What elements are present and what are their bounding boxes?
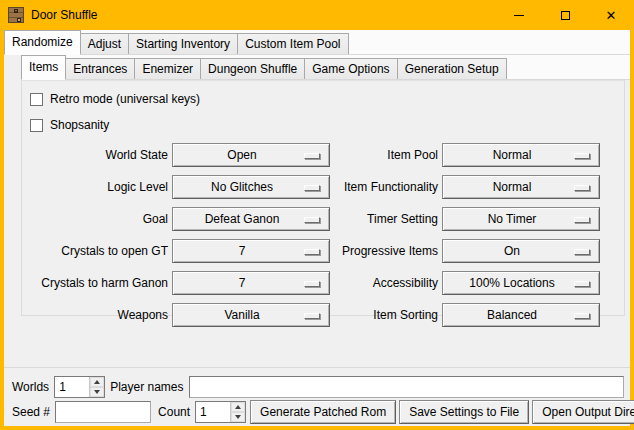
tab-custom-item-pool[interactable]: Custom Item Pool [237, 33, 348, 54]
dropdown-indicator-icon [574, 185, 590, 191]
dropdown-weapons[interactable]: Vanilla [172, 303, 330, 327]
tab-starting-inventory[interactable]: Starting Inventory [128, 33, 238, 54]
inner-tab-bar: Items Entrances Enemizer Dungeon Shuffle… [21, 55, 630, 80]
spin-down-button[interactable] [231, 412, 245, 422]
open-output-directory-button[interactable]: Open Output Directory [532, 400, 634, 424]
tab-adjust[interactable]: Adjust [80, 33, 129, 54]
window-title: Door Shuffle [31, 8, 98, 22]
dropdown-indicator-icon [304, 249, 320, 255]
dropdown-crystals-harm-ganon[interactable]: 7 [172, 271, 330, 295]
timer-setting-label: Timer Setting [334, 212, 438, 226]
dropdown-indicator-icon [304, 185, 320, 191]
tab-enemizer[interactable]: Enemizer [134, 58, 201, 79]
logic-level-label: Logic Level [30, 180, 168, 194]
accessibility-label: Accessibility [334, 276, 438, 290]
item-sorting-label: Item Sorting [334, 308, 438, 322]
worlds-spinbox[interactable] [54, 376, 105, 398]
spin-up-button[interactable] [231, 402, 245, 412]
player-names-label: Player names [110, 380, 183, 394]
worlds-row: Worlds Player names [12, 376, 626, 398]
shopsanity-label: Shopsanity [50, 118, 109, 132]
tab-generation-setup[interactable]: Generation Setup [397, 58, 507, 79]
weapons-label: Weapons [30, 308, 168, 322]
item-pool-label: Item Pool [334, 148, 438, 162]
tab-items[interactable]: Items [21, 55, 66, 80]
dropdown-goal[interactable]: Defeat Ganon [172, 207, 330, 231]
tab-game-options[interactable]: Game Options [304, 58, 397, 79]
tab-adjust-label: Adjust [88, 37, 121, 51]
worlds-spinner-arrows [89, 377, 104, 397]
dropdown-indicator-icon [574, 281, 590, 287]
dropdown-crystals-open-gt[interactable]: 7 [172, 239, 330, 263]
crystals-open-gt-label: Crystals to open GT [30, 244, 168, 258]
tab-entrances[interactable]: Entrances [65, 58, 135, 79]
dropdown-indicator-icon [574, 313, 590, 319]
save-settings-button[interactable]: Save Settings to File [399, 400, 529, 424]
tab-starting-inventory-label: Starting Inventory [136, 37, 230, 51]
generate-patched-rom-button[interactable]: Generate Patched Rom [250, 400, 396, 424]
goal-label: Goal [30, 212, 168, 226]
tab-items-label: Items [29, 60, 58, 74]
options-grid: World State Open Item Pool Normal Logic … [30, 143, 624, 327]
dropdown-indicator-icon [574, 249, 590, 255]
shopsanity-row: Shopsanity [30, 116, 624, 134]
close-button[interactable]: ✕ [588, 0, 634, 30]
world-state-label: World State [30, 148, 168, 162]
tab-randomize[interactable]: Randomize [4, 30, 81, 55]
tab-enemizer-label: Enemizer [142, 62, 193, 76]
maximize-button[interactable] [542, 0, 588, 30]
seed-input[interactable] [55, 401, 151, 423]
retro-mode-label: Retro mode (universal keys) [50, 92, 200, 106]
door-icon [8, 7, 24, 23]
option-row: Goal Defeat Ganon Timer Setting No Timer [30, 207, 624, 231]
dropdown-logic-level[interactable]: No Glitches [172, 175, 330, 199]
option-row: World State Open Item Pool Normal [30, 143, 624, 167]
dropdown-item-pool[interactable]: Normal [442, 143, 600, 167]
caption-buttons: ✕ [496, 0, 634, 30]
minimize-icon [514, 15, 524, 16]
dropdown-indicator-icon [574, 153, 590, 159]
tab-entrances-label: Entrances [73, 62, 127, 76]
tab-dungeon-shuffle-label: Dungeon Shuffle [208, 62, 297, 76]
dropdown-indicator-icon [304, 313, 320, 319]
close-icon: ✕ [606, 9, 617, 22]
spin-down-button[interactable] [90, 387, 104, 397]
outer-tab-bar: Randomize Adjust Starting Inventory Cust… [4, 30, 630, 55]
arrow-up-icon [235, 405, 241, 409]
count-spinbox[interactable] [195, 401, 246, 423]
dropdown-indicator-icon [304, 281, 320, 287]
arrow-down-icon [94, 390, 100, 394]
dropdown-indicator-icon [574, 217, 590, 223]
retro-mode-checkbox[interactable] [30, 93, 43, 106]
maximize-icon [561, 11, 570, 20]
shopsanity-checkbox[interactable] [30, 119, 43, 132]
option-row: Crystals to open GT 7 Progressive Items … [30, 239, 624, 263]
dropdown-world-state[interactable]: Open [172, 143, 330, 167]
dropdown-item-functionality[interactable]: Normal [442, 175, 600, 199]
count-spinner-arrows [230, 402, 245, 422]
dropdown-timer-setting[interactable]: No Timer [442, 207, 600, 231]
bottom-bar: Worlds Player names Seed # Count [4, 370, 630, 426]
spin-up-button[interactable] [90, 377, 104, 387]
dropdown-item-sorting[interactable]: Balanced [442, 303, 600, 327]
count-input[interactable] [196, 402, 230, 422]
dropdown-accessibility[interactable]: 100% Locations [442, 271, 600, 295]
option-row: Weapons Vanilla Item Sorting Balanced [30, 303, 624, 327]
dropdown-indicator-icon [304, 217, 320, 223]
count-label: Count [158, 405, 190, 419]
seed-row: Seed # Count Generate Patched Rom Save S… [12, 401, 626, 423]
arrow-up-icon [94, 380, 100, 384]
arrow-down-icon [235, 415, 241, 419]
worlds-input[interactable] [55, 377, 89, 397]
dropdown-progressive-items[interactable]: On [442, 239, 600, 263]
dropdown-indicator-icon [304, 153, 320, 159]
player-names-input[interactable] [189, 376, 625, 398]
tab-dungeon-shuffle[interactable]: Dungeon Shuffle [200, 58, 305, 79]
tab-randomize-label: Randomize [12, 35, 73, 49]
crystals-harm-ganon-label: Crystals to harm Ganon [30, 276, 168, 290]
minimize-button[interactable] [496, 0, 542, 30]
tab-game-options-label: Game Options [312, 62, 389, 76]
item-functionality-label: Item Functionality [334, 180, 438, 194]
tab-generation-setup-label: Generation Setup [405, 62, 499, 76]
randomize-pane: Items Entrances Enemizer Dungeon Shuffle… [4, 55, 630, 368]
